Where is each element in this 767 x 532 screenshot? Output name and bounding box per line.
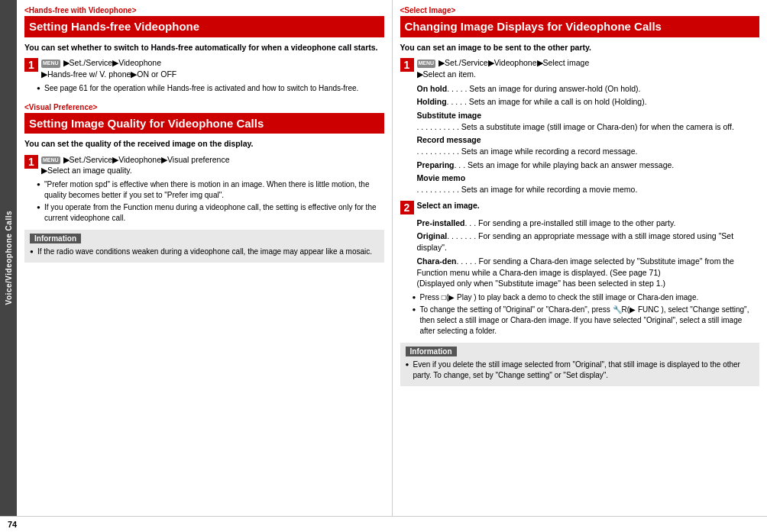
def-term-on-hold: On hold — [417, 84, 448, 93]
def-holding: Holding. . . . . Sets an image for while… — [417, 96, 760, 108]
bullet-visual-1: "Prefer motion spd" is effective when th… — [37, 179, 384, 201]
page-number: 74 — [8, 520, 17, 529]
def-term-preparing: Preparing — [417, 160, 455, 169]
right-column: <Select Image> Changing Image Displays f… — [393, 0, 768, 516]
intro-visual: You can set the quality of the received … — [24, 138, 384, 150]
def-dots-record: . . . . . . . . . . — [417, 147, 459, 156]
section-title-visual: Setting Image Quality for Videophone Cal… — [24, 113, 384, 134]
step-num-2-select: 2 — [400, 201, 414, 214]
def-term-chara: Chara-den — [417, 256, 457, 266]
def-on-hold: On hold. . . . . Sets an image for durin… — [417, 83, 760, 95]
step-content-1-visual: MENU ▶Set./Service▶Videophone▶Visual pre… — [41, 154, 384, 176]
bullet-step2-1: Press □(▶ Play ) to play back a demo to … — [413, 292, 760, 303]
section-tag-handsfree: <Hands-free with Videophone> — [24, 6, 384, 15]
section-hands-free: <Hands-free with Videophone> Setting Han… — [24, 6, 384, 94]
step-nav-1b-handsfree: ▶Hands-free w/ V. phone▶ON or OFF — [41, 69, 176, 79]
menu-icon-1: MENU — [41, 60, 60, 67]
info-label-right: Information — [406, 347, 457, 356]
step-nav-3: ▶Set./Service▶Videophone▶Select image — [439, 58, 589, 67]
def-dots-substitute: . . . . . . . . . . — [417, 122, 459, 131]
info-box-right: Information Even if you delete the still… — [400, 343, 760, 386]
bullets-step2: Press □(▶ Play ) to play back a demo to … — [413, 292, 760, 337]
menu-icon-3: MENU — [417, 60, 436, 67]
bullets-handsfree: See page 61 for the operation while Hand… — [37, 83, 384, 94]
step-nav-3b: ▶Select an item. — [417, 69, 476, 79]
bullets-visual: "Prefer motion spd" is effective when th… — [37, 179, 384, 224]
step-nav-2: ▶Set./Service▶Videophone▶Visual preferen… — [63, 155, 230, 164]
step-1-select: 1 MENU ▶Set./Service▶Videophone▶Select i… — [400, 57, 760, 79]
section-visual-pref: <Visual Preference> Setting Image Qualit… — [24, 103, 384, 224]
def-list-right: On hold. . . . . Sets an image for durin… — [417, 83, 760, 195]
def-dots-on-hold: . . . . . — [447, 84, 467, 93]
bullet-handsfree-1: See page 61 for the operation while Hand… — [37, 83, 384, 94]
def-movie-memo: Movie memo . . . . . . . . . . Sets an i… — [417, 172, 760, 195]
step-2-label: Select an image. — [417, 201, 480, 210]
section-tag-select: <Select Image> — [400, 6, 760, 15]
step-2-select: 2 Select an image. — [400, 200, 760, 214]
menu-icon-2: MENU — [41, 156, 60, 164]
intro-select: You can set an image to be sent to the o… — [400, 42, 760, 53]
def-term-holding: Holding — [417, 97, 447, 106]
info-content-left: If the radio wave conditions weaken duri… — [30, 247, 379, 257]
def-term-record: Record message — [417, 135, 481, 144]
step-num-1-handsfree: 1 — [24, 58, 38, 72]
bullet-step2-2: To change the setting of "Original" or "… — [413, 305, 760, 337]
def-preparing: Preparing. . . Sets an image for while p… — [417, 160, 760, 171]
step-num-1-visual: 1 — [24, 155, 38, 169]
def-term-movie: Movie memo — [417, 173, 466, 182]
info-label-left: Information — [30, 234, 81, 243]
section-title-select: Changing Image Displays for Videophone C… — [400, 16, 760, 37]
subdef-list: Pre-installed. . . For sending a pre-ins… — [417, 218, 760, 289]
def-preinstalled: Pre-installed. . . For sending a pre-ins… — [417, 218, 760, 229]
step-num-1-select: 1 — [400, 58, 414, 72]
def-record-msg: Record message . . . . . . . . . . Sets … — [417, 134, 760, 156]
page-footer: 74 — [0, 516, 767, 532]
def-term-preinstalled: Pre-installed — [417, 218, 465, 227]
step-content-1-select: MENU ▶Set./Service▶Videophone▶Select ima… — [417, 57, 760, 79]
intro-handsfree: You can set whether to switch to Hands-f… — [24, 42, 384, 53]
step-content-2-select: Select an image. — [417, 200, 760, 211]
side-tab-label: Voice/Videophone Calls — [5, 211, 13, 305]
def-dots-preparing: . . . — [455, 160, 466, 169]
def-dots-holding: . . . . . — [447, 97, 467, 106]
step-1-handsfree: 1 MENU ▶Set./Service▶Videophone ▶Hands-f… — [24, 57, 384, 79]
step-nav-2b: ▶Select an image quality. — [41, 166, 132, 175]
section-title-handsfree: Setting Hands-free Videophone — [24, 16, 384, 37]
def-dots-movie: . . . . . . . . . . — [417, 185, 459, 194]
def-dots-preinstalled: . . . — [465, 218, 477, 227]
info-item-left-1: If the radio wave conditions weaken duri… — [30, 247, 379, 257]
info-box-left: Information If the radio wave conditions… — [24, 230, 384, 263]
info-content-right: Even if you delete the still image selec… — [406, 360, 755, 381]
def-term-original: Original — [417, 231, 448, 240]
section-tag-visual: <Visual Preference> — [24, 103, 384, 111]
side-tab: Voice/Videophone Calls — [0, 0, 17, 516]
def-chara-den: Chara-den. . . . . For sending a Chara-d… — [417, 256, 760, 289]
step-content-1-handsfree: MENU ▶Set./Service▶Videophone ▶Hands-fre… — [41, 57, 384, 79]
def-original: Original. . . . . . . For sending an app… — [417, 231, 760, 253]
left-column: <Hands-free with Videophone> Setting Han… — [17, 0, 393, 516]
def-substitute: Substitute image . . . . . . . . . . Set… — [417, 110, 760, 132]
def-dots-chara: . . . . . — [456, 256, 476, 266]
def-dots-original: . . . . . . . — [447, 231, 476, 240]
step-nav-1-handsfree: ▶Set./Service▶Videophone — [63, 58, 161, 67]
def-term-substitute: Substitute image — [417, 111, 482, 120]
info-item-right-1: Even if you delete the still image selec… — [406, 360, 755, 381]
step-1-visual: 1 MENU ▶Set./Service▶Videophone▶Visual p… — [24, 154, 384, 176]
bullet-visual-2: If you operate from the Function menu du… — [37, 202, 384, 224]
section-select-image: <Select Image> Changing Image Displays f… — [400, 6, 760, 337]
